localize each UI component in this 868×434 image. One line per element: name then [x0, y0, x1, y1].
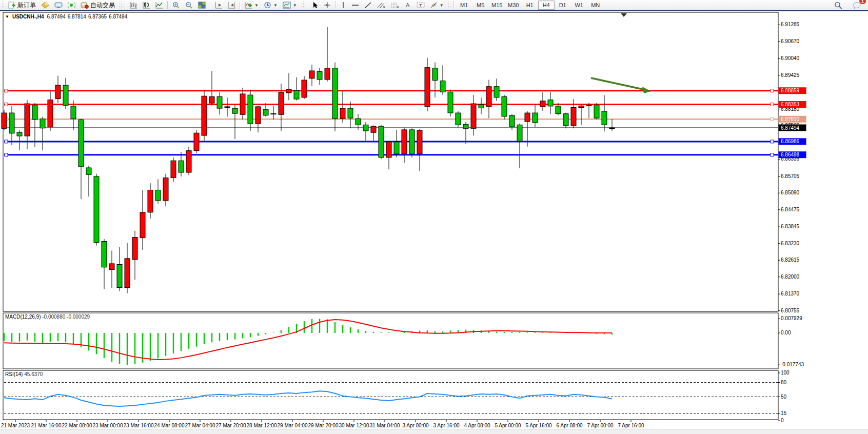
time-axis-label: 31 Mar 04:00 — [370, 423, 400, 428]
candle-body — [432, 68, 438, 81]
candle-body — [509, 115, 515, 127]
candle-body — [194, 133, 199, 150]
line-handle[interactable] — [5, 140, 8, 143]
rsi-axis-tick: 50 — [781, 394, 787, 400]
price-axis-tick: 6.90040 — [781, 55, 800, 61]
ohlc-open: 6.87494 — [47, 14, 66, 19]
candle-body — [325, 68, 330, 80]
candle-body — [571, 108, 576, 126]
candle-body — [332, 68, 338, 119]
time-axis-label: 27 Mar 20:00 — [216, 423, 246, 428]
price-axis-tick: 6.83845 — [781, 224, 800, 229]
candle-body — [9, 113, 14, 133]
candle-body — [540, 101, 545, 107]
line-handle[interactable] — [5, 103, 8, 106]
line-handle[interactable] — [771, 153, 774, 156]
candle-body — [386, 142, 391, 157]
candle-body — [494, 87, 499, 97]
macd-axis-tick: 0.007929 — [781, 315, 802, 321]
price-badge-value: 6.88859 — [781, 88, 800, 93]
line-handle[interactable] — [771, 117, 774, 121]
candle-body — [563, 114, 568, 126]
price-axis-tick: 6.89425 — [781, 72, 800, 78]
candle-body — [463, 124, 468, 128]
candle-body — [548, 100, 553, 106]
price-axis-tick: 6.84475 — [781, 207, 800, 212]
rsi-axis-tick: 15 — [781, 410, 787, 416]
candle-body — [425, 68, 430, 107]
candle-body — [317, 72, 322, 80]
candle-body — [40, 119, 45, 128]
candle-body — [479, 105, 484, 108]
candle-body — [286, 89, 291, 93]
candle-body — [471, 104, 476, 128]
candle-body — [248, 95, 253, 124]
candle-body — [209, 96, 214, 103]
macd-axis-tick: -0.017743 — [781, 362, 804, 367]
candle-body — [2, 113, 7, 128]
time-axis-label: 22 Mar 08:00 — [62, 423, 92, 428]
candle-body — [202, 96, 207, 135]
line-handle[interactable] — [771, 89, 774, 92]
status-strip — [0, 429, 868, 434]
price-axis-tick: 6.85090 — [781, 190, 800, 195]
candle-body — [232, 108, 238, 113]
candle-body — [348, 108, 353, 118]
line-handle[interactable] — [771, 103, 774, 106]
line-handle[interactable] — [771, 140, 774, 143]
time-axis-label: 27 Mar 04:00 — [185, 423, 215, 428]
time-axis-label: 29 Mar 04:00 — [278, 423, 308, 428]
candle-body — [71, 106, 76, 119]
candle-body — [171, 161, 176, 177]
mt4-window: 新订单 自动交易 — [0, 0, 868, 434]
rsi-axis-tick: 80 — [781, 380, 787, 385]
chart-area[interactable]: 6.912856.906706.900406.894256.888106.881… — [0, 12, 868, 429]
macd-axis-tick: 0.00 — [781, 330, 791, 336]
ohlc-close: 6.87494 — [109, 14, 127, 19]
candle-body — [217, 96, 222, 108]
candle-body — [240, 94, 245, 114]
candle-body — [379, 126, 384, 157]
collapse-triangle-icon[interactable]: ▼ — [5, 14, 9, 19]
price-axis-tick: 6.83230 — [781, 241, 800, 246]
candle-body — [125, 259, 130, 288]
time-axis-label: 4 Apr 08:00 — [464, 423, 490, 428]
panel-frame — [3, 370, 778, 420]
candle-body — [486, 87, 491, 107]
time-axis-label: 5 Apr 16:00 — [525, 423, 552, 428]
candle-body — [356, 119, 361, 125]
price-chart: 6.912856.906706.900406.894256.888106.881… — [0, 0, 868, 434]
price-axis-tick: 6.85705 — [781, 173, 800, 179]
candle-body — [102, 242, 107, 267]
candle-body — [609, 128, 615, 129]
candle-body — [409, 130, 415, 154]
ohlc-high: 6.87814 — [68, 14, 86, 19]
candle-body — [448, 92, 453, 113]
candle-body — [225, 107, 230, 108]
time-axis-label: 21 Mar 2023 — [1, 423, 30, 428]
candle-body — [309, 71, 314, 78]
candle-body — [525, 113, 530, 122]
line-handle[interactable] — [5, 89, 8, 92]
price-axis-tick: 6.90670 — [781, 38, 800, 44]
candle-body — [55, 85, 61, 98]
candle-body — [255, 107, 261, 124]
candle-body — [579, 106, 584, 107]
chart-header: ▼ USDCNH-,H4 6.87494 6.87814 6.87365 6.8… — [5, 14, 127, 19]
candle-body — [502, 96, 507, 116]
candle-body — [586, 105, 591, 106]
candle-body — [155, 190, 161, 201]
candle-body — [78, 120, 84, 167]
candle-body — [302, 80, 307, 97]
time-axis-label: 24 Mar 08:00 — [154, 423, 185, 428]
candle-body — [17, 132, 22, 136]
time-axis-label: 7 Apr 16:00 — [618, 423, 644, 428]
time-axis-label: 23 Mar 00:00 — [93, 423, 123, 428]
candle-body — [179, 161, 184, 172]
price-badge-value: 6.87810 — [781, 116, 800, 122]
candle-body — [94, 176, 99, 243]
line-handle[interactable] — [5, 153, 8, 156]
candle-body — [340, 108, 345, 119]
rsi-axis-tick: 100 — [781, 370, 790, 376]
time-axis-label: 7 Apr 00:00 — [587, 423, 614, 428]
